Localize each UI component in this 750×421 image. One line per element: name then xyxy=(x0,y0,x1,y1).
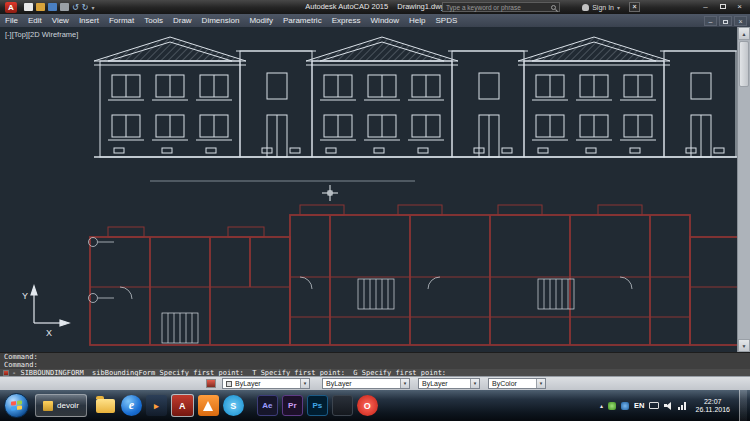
menu-insert[interactable]: Insert xyxy=(74,14,104,27)
window-controls: – × xyxy=(697,1,748,13)
undo-icon[interactable]: ↺ xyxy=(72,3,79,12)
maximize-icon xyxy=(720,4,726,9)
maximize-button[interactable] xyxy=(714,1,731,13)
doc-close-button[interactable]: × xyxy=(734,16,747,26)
opera-icon[interactable]: O xyxy=(357,395,378,416)
app-title: Autodesk AutoCAD 2015 xyxy=(305,2,388,11)
viewport-controls[interactable]: [-][Top][2D Wireframe] xyxy=(5,30,78,39)
plot-style-value: ByColor xyxy=(492,380,517,387)
search-placeholder: Type a keyword or phrase xyxy=(446,4,521,11)
antivirus-tray-icon[interactable] xyxy=(608,402,616,410)
ucs-icon: Y X xyxy=(22,286,69,338)
folder-icon xyxy=(43,401,53,411)
floor-plan-drawing xyxy=(90,205,748,345)
doc-restore-button[interactable] xyxy=(719,16,732,26)
elevation-drawing xyxy=(94,37,740,157)
scrollbar-track[interactable] xyxy=(738,88,750,339)
taskbar-folder-button[interactable]: devoir xyxy=(35,394,87,417)
windows-flag-icon xyxy=(11,400,22,411)
menu-view[interactable]: View xyxy=(47,14,74,27)
autocad-taskbar-icon[interactable]: A xyxy=(171,394,194,417)
sign-in-label: Sign In xyxy=(592,4,614,11)
show-hidden-icons-icon[interactable]: ▴ xyxy=(600,402,603,409)
quick-access-toolbar: ↺ ↻ ▾ xyxy=(24,3,94,12)
combo-dropdown-icon[interactable]: ▾ xyxy=(400,379,409,388)
scroll-down-icon[interactable]: ▼ xyxy=(738,339,750,352)
menu-tools[interactable]: Tools xyxy=(139,14,168,27)
lineweight-combo[interactable]: ByLayer ▾ xyxy=(418,378,480,389)
taskbar-dock: e ▸ A S Ae Pr Ps O xyxy=(94,394,378,417)
close-button[interactable]: × xyxy=(731,1,748,13)
lineweight-value: ByLayer xyxy=(422,380,448,387)
vlc-icon[interactable] xyxy=(198,395,219,416)
combo-dropdown-icon[interactable]: ▾ xyxy=(300,379,309,388)
save-icon[interactable] xyxy=(48,3,57,11)
sign-in-button[interactable]: Sign In ▾ xyxy=(582,0,620,14)
combo-dropdown-icon[interactable]: ▾ xyxy=(536,379,545,388)
taskbar-clock[interactable]: 22:07 26.11.2016 xyxy=(695,398,730,414)
command-window[interactable]: Command: Command: - SIBBOUNDINGFORM _sib… xyxy=(0,352,750,376)
volume-icon[interactable] xyxy=(664,401,673,410)
plot-icon[interactable] xyxy=(60,3,69,11)
system-tray: ▴ EN 22:07 26.11.2016 xyxy=(600,390,750,421)
user-icon xyxy=(582,4,589,11)
minimize-button[interactable]: – xyxy=(697,1,714,13)
start-button[interactable] xyxy=(4,393,29,418)
color-value: ByLayer xyxy=(235,380,261,387)
after-effects-icon[interactable]: Ae xyxy=(257,395,278,416)
vertical-scrollbar[interactable]: ▲ ▼ xyxy=(737,27,750,352)
drawing-canvas[interactable]: Y X xyxy=(0,27,750,352)
menu-edit[interactable]: Edit xyxy=(23,14,47,27)
media-player-icon[interactable]: ▸ xyxy=(146,395,167,416)
menu-express[interactable]: Express xyxy=(327,14,366,27)
show-desktop-button[interactable] xyxy=(739,390,747,421)
menu-window[interactable]: Window xyxy=(366,14,404,27)
menu-format[interactable]: Format xyxy=(104,14,139,27)
open-file-icon[interactable] xyxy=(36,3,45,11)
explorer-folder-icon[interactable] xyxy=(94,394,117,417)
autocad-logo-icon[interactable]: A xyxy=(5,2,17,13)
new-file-icon[interactable] xyxy=(24,3,33,11)
combo-dropdown-icon[interactable]: ▾ xyxy=(470,379,479,388)
help-search-input[interactable]: Type a keyword or phrase xyxy=(442,2,560,12)
language-indicator[interactable]: EN xyxy=(634,401,644,410)
document-title: Drawing1.dwg xyxy=(397,2,445,11)
svg-text:X: X xyxy=(46,328,52,338)
model-space-viewport[interactable]: [-][Top][2D Wireframe] xyxy=(0,27,750,352)
menu-dimension[interactable]: Dimension xyxy=(197,14,245,27)
color-combo[interactable]: ByLayer ▾ xyxy=(222,378,310,389)
redo-icon[interactable]: ↻ xyxy=(82,3,89,12)
skype-icon[interactable]: S xyxy=(223,395,244,416)
menu-spds[interactable]: SPDS xyxy=(430,14,462,27)
search-icon[interactable] xyxy=(551,5,556,10)
linetype-value: ByLayer xyxy=(326,380,352,387)
doc-minimize-button[interactable]: – xyxy=(704,16,717,26)
internet-explorer-icon[interactable]: e xyxy=(121,395,142,416)
folder-button-label: devoir xyxy=(57,401,79,410)
menu-help[interactable]: Help xyxy=(404,14,430,27)
menu-file[interactable]: File xyxy=(0,14,23,27)
photoshop-icon[interactable]: Ps xyxy=(307,395,328,416)
titlebar: A ↺ ↻ ▾ Autodesk AutoCAD 2015Drawing1.dw… xyxy=(0,0,750,14)
sign-in-dropdown-icon[interactable]: ▾ xyxy=(617,4,620,11)
layer-properties-icon[interactable] xyxy=(206,379,216,388)
plan-details xyxy=(89,238,633,344)
premiere-icon[interactable]: Pr xyxy=(282,395,303,416)
menubar: File Edit View Insert Format Tools Draw … xyxy=(0,14,750,27)
plot-style-combo[interactable]: ByColor ▾ xyxy=(488,378,546,389)
menu-draw[interactable]: Draw xyxy=(168,14,197,27)
exchange-apps-icon[interactable]: × xyxy=(629,2,640,12)
qat-dropdown-icon[interactable]: ▾ xyxy=(91,4,94,11)
scroll-up-icon[interactable]: ▲ xyxy=(738,27,750,40)
network-icon[interactable] xyxy=(678,402,686,410)
menu-modify[interactable]: Modify xyxy=(244,14,278,27)
windows-taskbar: devoir e ▸ A S Ae Pr Ps O ▴ EN 22:07 26.… xyxy=(0,390,750,421)
doc-restore-icon xyxy=(723,20,728,24)
linetype-combo[interactable]: ByLayer ▾ xyxy=(322,378,410,389)
clock-date: 26.11.2016 xyxy=(695,406,730,414)
dark-app-icon[interactable] xyxy=(332,395,353,416)
scrollbar-thumb[interactable] xyxy=(739,41,749,87)
keyboard-layout-icon[interactable] xyxy=(649,402,659,409)
update-tray-icon[interactable] xyxy=(621,402,629,410)
menu-parametric[interactable]: Parametric xyxy=(278,14,327,27)
